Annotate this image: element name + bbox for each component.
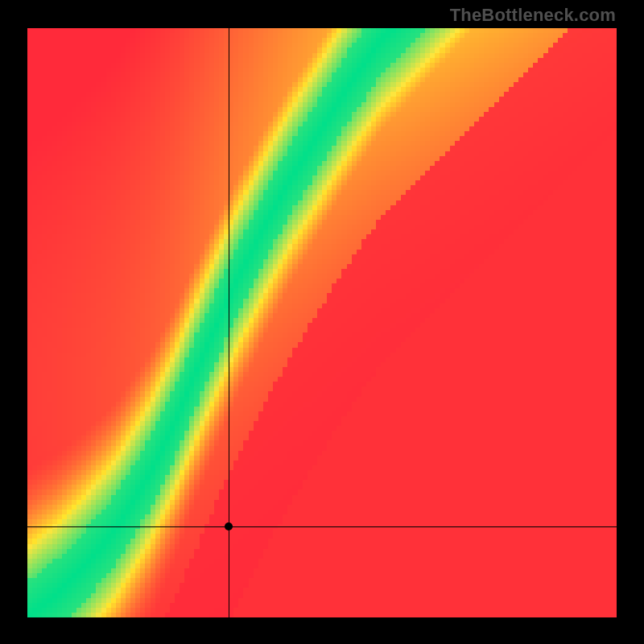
chart-frame: TheBottleneck.com	[0, 0, 644, 644]
crosshair-horizontal	[27, 526, 617, 527]
watermark-label: TheBottleneck.com	[450, 5, 616, 26]
heatmap-plot	[27, 28, 617, 617]
heatmap-canvas	[27, 28, 617, 617]
selected-point	[225, 522, 233, 530]
